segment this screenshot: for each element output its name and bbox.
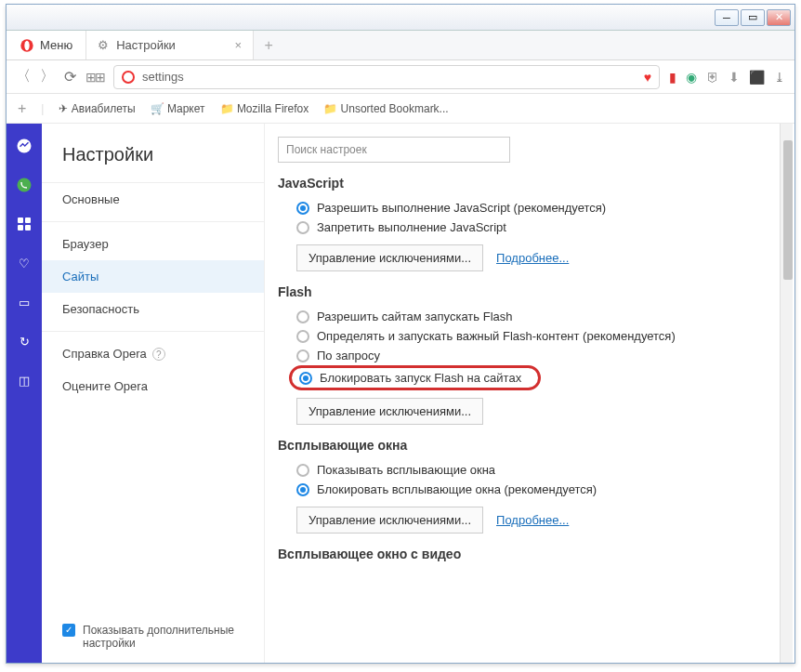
js-block-option[interactable]: Запретить выполнение JavaScript (278, 217, 781, 237)
bookmark-item[interactable]: 🛒 Маркет (151, 102, 205, 115)
speed-dial-icon[interactable] (15, 215, 33, 233)
sidebar-item-basic[interactable]: Основные (42, 183, 264, 216)
sidebar-item-help[interactable]: Справка Opera? (42, 337, 264, 370)
maximize-button[interactable]: ▭ (741, 9, 765, 26)
radio-icon (296, 330, 309, 343)
ext-icon[interactable]: ◉ (686, 70, 697, 85)
whatsapp-icon[interactable] (15, 176, 33, 194)
js-more-link[interactable]: Подробнее... (496, 251, 569, 265)
radio-icon (296, 202, 309, 215)
settings-sidebar: Настройки Основные Браузер Сайты Безопас… (42, 124, 265, 663)
popups-block-option[interactable]: Блокировать всплывающие окна (рекомендуе… (278, 480, 781, 499)
sidebar-item-browser[interactable]: Браузер (42, 228, 264, 260)
cube-icon[interactable]: ◫ (15, 371, 33, 389)
flash-allow-option[interactable]: Разрешить сайтам запускать Flash (278, 307, 781, 326)
section-pip: Всплывающее окно с видео (278, 547, 781, 561)
sidebar-item-security[interactable]: Безопасность (42, 293, 264, 325)
opera-menu-button[interactable]: Меню (7, 31, 86, 59)
download-icon[interactable]: ⤓ (774, 70, 785, 85)
sidebar-item-sites[interactable]: Сайты (42, 260, 264, 293)
messenger-icon[interactable] (15, 137, 33, 155)
flash-detect-option[interactable]: Определять и запускать важный Flash-конт… (278, 326, 781, 346)
section-popups: Всплывающие окна Показывать всплывающие … (278, 438, 781, 534)
radio-icon (299, 372, 312, 385)
search-input[interactable]: Поиск настроек (278, 137, 510, 163)
sidebar-item-rate[interactable]: Оцените Opera (42, 370, 264, 402)
ext-icon[interactable]: ▮ (669, 70, 676, 85)
bookmark-item[interactable]: 📁 Unsorted Bookmark... (323, 102, 448, 115)
flash-ask-option[interactable]: По запросу (278, 346, 781, 365)
js-manage-button[interactable]: Управление исключениями... (296, 244, 483, 271)
ext-icon[interactable]: ⬛ (749, 70, 765, 85)
url-text: settings (142, 70, 184, 84)
ext-icon[interactable]: ⬇ (729, 70, 740, 85)
svg-point-1 (24, 40, 29, 50)
section-title: Всплывающее окно с видео (278, 547, 781, 561)
popups-show-option[interactable]: Показывать всплывающие окна (278, 460, 781, 480)
tab-strip: Меню ⚙ Настройки × + (7, 31, 794, 60)
flash-manage-button[interactable]: Управление исключениями... (296, 398, 483, 425)
menu-label: Меню (40, 38, 72, 52)
extension-icons: ▮ ◉ ⛨ ⬇ ⬛ ⤓ (669, 70, 785, 85)
gear-icon: ⚙ (98, 38, 109, 52)
tab-settings[interactable]: ⚙ Настройки × (86, 31, 254, 59)
radio-icon (296, 310, 309, 323)
window-titlebar: ─ ▭ ✕ (7, 5, 794, 31)
popups-more-link[interactable]: Подробнее... (496, 513, 569, 527)
new-tab-button[interactable]: + (254, 31, 283, 59)
radio-icon (296, 221, 309, 234)
section-javascript: JavaScript Разрешить выполнение JavaScri… (278, 176, 781, 271)
section-title: Всплывающие окна (278, 438, 781, 453)
reload-button[interactable]: ⟳ (64, 68, 76, 86)
toolbar: 〈 〉 ⟳ ⊞⊞ settings ♥ ▮ ◉ ⛨ ⬇ ⬛ ⤓ (7, 60, 794, 94)
show-advanced-checkbox[interactable]: ✓ Показывать дополнительные настройки (62, 624, 241, 650)
scrollbar-thumb[interactable] (783, 140, 793, 280)
section-title: JavaScript (278, 176, 781, 191)
settings-content: Поиск настроек JavaScript Разрешить выпо… (265, 124, 794, 663)
svg-point-3 (18, 178, 32, 192)
radio-icon (296, 464, 309, 477)
opera-icon (122, 71, 135, 84)
tab-close-icon[interactable]: × (235, 38, 243, 52)
heart-icon[interactable]: ♥ (644, 70, 651, 85)
section-title: Flash (278, 284, 781, 299)
speed-dial-button[interactable]: ⊞⊞ (85, 70, 104, 85)
close-button[interactable]: ✕ (767, 9, 791, 26)
page-title: Настройки (42, 140, 264, 182)
bookmark-item[interactable]: ✈ Авиабилеты (59, 102, 135, 115)
checkbox-icon: ✓ (62, 624, 75, 637)
add-bookmark-button[interactable]: + (18, 100, 26, 117)
radio-icon (296, 349, 309, 362)
minimize-button[interactable]: ─ (715, 9, 739, 26)
browser-window: ─ ▭ ✕ Меню ⚙ Настройки × + 〈 〉 ⟳ ⊞⊞ sett… (6, 4, 795, 664)
side-rail: ♡ ▭ ↻ ◫ (7, 124, 42, 663)
ext-icon[interactable]: ⛨ (706, 70, 719, 85)
news-icon[interactable]: ▭ (15, 293, 33, 311)
flash-block-option[interactable]: Блокировать запуск Flash на сайтах (289, 365, 541, 390)
question-icon: ? (152, 348, 165, 361)
back-button[interactable]: 〈 (16, 67, 31, 86)
forward-button[interactable]: 〉 (40, 67, 55, 86)
section-flash: Flash Разрешить сайтам запускать Flash О… (278, 284, 781, 425)
url-box[interactable]: settings ♥ (113, 65, 660, 89)
bookmarks-bar: + | ✈ Авиабилеты 🛒 Маркет 📁 Mozilla Fire… (7, 94, 794, 124)
popups-manage-button[interactable]: Управление исключениями... (296, 507, 483, 534)
js-allow-option[interactable]: Разрешить выполнение JavaScript (рекомен… (278, 198, 781, 217)
history-icon[interactable]: ↻ (15, 332, 33, 350)
radio-icon (296, 483, 309, 496)
heart-rail-icon[interactable]: ♡ (15, 254, 33, 272)
tab-title: Настройки (116, 38, 176, 52)
bookmark-item[interactable]: 📁 Mozilla Firefox (220, 102, 309, 115)
